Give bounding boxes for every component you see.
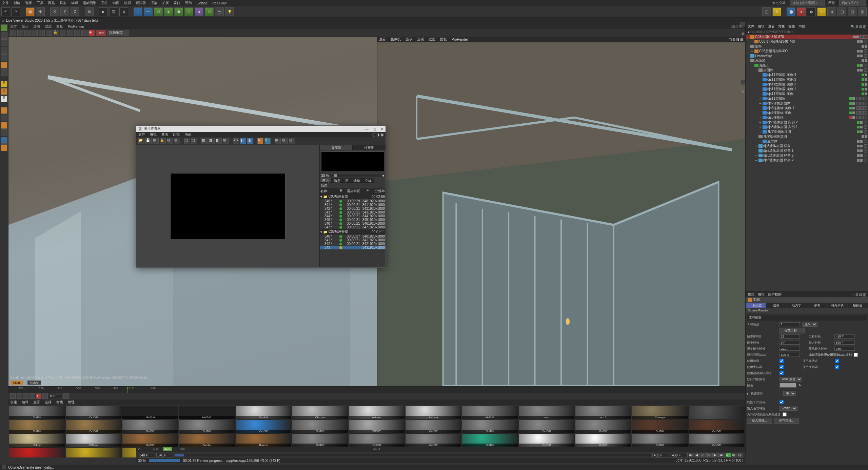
start-frame-input[interactable] — [138, 453, 155, 457]
mintime-input[interactable] — [780, 341, 800, 345]
pv-histtab-history[interactable]: 历史 — [320, 178, 331, 183]
history-row[interactable]: 340 *00:00:293401920x1080 — [320, 199, 386, 203]
history-row[interactable]: 342 *00:00:213421920x1080 — [320, 207, 386, 210]
play-indicator[interactable]: ● — [726, 453, 731, 457]
close-tab[interactable]: × — [2, 19, 4, 23]
tree-row[interactable]: +djs5墙体加固 样条.2 — [746, 158, 868, 163]
material-swatch[interactable]: OctDiff — [65, 406, 122, 419]
end-frame-input2[interactable] — [671, 453, 688, 457]
material-swatch[interactable]: OctDiff — [179, 420, 235, 433]
deformer-btn[interactable]: ⬢ — [174, 7, 183, 16]
menu-character[interactable]: 字符 — [101, 1, 108, 5]
material-swatch[interactable]: Bambo — [235, 433, 292, 447]
attr-tab-ref[interactable]: 参考 — [807, 303, 827, 308]
coord-btn[interactable]: ⊞ — [85, 7, 94, 16]
nodemat-checkbox[interactable] — [783, 412, 787, 416]
undo-button[interactable]: ↶ — [1, 7, 10, 16]
def-checkbox[interactable] — [835, 365, 839, 369]
s3-btn[interactable]: S — [1, 96, 7, 102]
lod-checkbox[interactable] — [854, 353, 858, 357]
array-btn[interactable]: ⬡ — [184, 7, 193, 16]
tree-row[interactable]: +djs5墙体加固 实例.2 — [746, 120, 868, 125]
menu-mograph[interactable]: 运动图形 — [83, 1, 96, 5]
material-swatch[interactable]: Bambo — [179, 433, 235, 447]
axis-y[interactable]: Y — [60, 7, 69, 16]
redo-button[interactable]: ↷ — [12, 7, 20, 16]
generator2-btn[interactable]: ◈ — [164, 7, 173, 16]
material-swatch[interactable]: Diffuse — [9, 433, 65, 447]
material-swatch[interactable]: OctDiff — [575, 433, 631, 447]
oct3[interactable]: ◐ — [807, 7, 816, 16]
color-picker-icon[interactable]: ✎ — [798, 384, 801, 387]
octane-icon[interactable]: ◉ — [88, 30, 95, 36]
history-row[interactable]: 341 *00:00:213411920x1080 — [320, 238, 386, 242]
tree-row[interactable]: -加固件 — [746, 68, 868, 73]
material-swatch[interactable]: OctDiff — [518, 420, 575, 433]
history-row[interactable]: 342 *00:00:213421920x1080 — [320, 242, 386, 246]
object-search-input[interactable] — [750, 30, 866, 34]
menu-mesh[interactable]: 网格 — [48, 1, 55, 5]
attr-tab-project[interactable]: 工程设置 — [746, 303, 766, 308]
material-swatch[interactable]: Mat3d6 — [462, 406, 518, 419]
tree-row[interactable]: +djs5墙体加固 样条 — [746, 144, 868, 148]
anim-checkbox[interactable] — [780, 359, 784, 363]
uv-mode[interactable] — [1, 69, 7, 76]
menu-tools[interactable]: 工具 — [37, 1, 43, 5]
end-frame-input[interactable] — [652, 453, 669, 457]
record-icon[interactable]: ● — [36, 393, 41, 399]
material-swatch[interactable]: MSMC1 — [349, 420, 405, 433]
oct-sun[interactable]: ☀ — [817, 7, 826, 16]
material-swatch[interactable]: Mat3d6 — [179, 406, 235, 419]
maximize-icon[interactable]: ◻ — [373, 127, 376, 131]
history-row[interactable]: 340 *00:00:273401920x1080 — [320, 234, 386, 238]
material-swatch[interactable]: OctDiff — [632, 420, 688, 433]
attr-tab-dynamics[interactable]: 动力学 — [786, 303, 807, 308]
tree-row[interactable]: +djs5墙体加固 样条.2 — [746, 153, 868, 158]
s1-btn[interactable]: S — [1, 81, 7, 87]
tree-row[interactable]: +djs5墙体加固 样条.1 — [746, 148, 868, 153]
material-swatch[interactable]: OctDiff — [122, 433, 178, 447]
timeline-track[interactable] — [175, 454, 651, 456]
poly-mode[interactable] — [1, 54, 7, 61]
point-mode[interactable] — [1, 39, 7, 46]
snap2[interactable] — [1, 115, 7, 121]
oct8[interactable]: ◫ — [858, 7, 867, 16]
tree-row[interactable]: +djs3连接体 — [746, 115, 868, 120]
goto-end[interactable]: ⏭ — [719, 453, 725, 457]
field-btn[interactable]: ◉ — [195, 7, 203, 16]
scale-project-button[interactable]: 缩放工程... — [780, 328, 805, 333]
history-row[interactable]: 346 *00:00:213461920x1080 — [320, 222, 386, 225]
material-swatch[interactable] — [688, 406, 745, 419]
tree-row[interactable]: djs11型加固 实例 — [746, 91, 868, 96]
pv-tab-navigator[interactable]: 导航器 — [320, 145, 353, 150]
history-row[interactable]: 345 *00:00:213451920x1080 — [320, 218, 386, 222]
material-swatch[interactable]: OctDiff — [632, 433, 688, 447]
material-swatch[interactable] — [65, 447, 122, 457]
play-back[interactable]: ◁ — [701, 453, 707, 457]
menu-volume[interactable]: 体积 — [71, 1, 78, 5]
colorspace-dropdown[interactable]: sRGB — [780, 406, 797, 411]
material-swatch[interactable] — [9, 447, 65, 457]
material-swatch[interactable]: OctDiff — [349, 433, 405, 447]
load-preset-button[interactable]: 载入预设... — [747, 418, 772, 424]
material-swatch[interactable]: acc — [518, 406, 575, 419]
linear-checkbox[interactable] — [780, 400, 784, 404]
spline-primitive[interactable]: 〰 — [144, 7, 153, 16]
render-pic[interactable]: 🎬 — [109, 7, 118, 16]
render-settings[interactable]: ⚙ — [119, 7, 128, 16]
material-swatch[interactable]: OctDiff — [575, 420, 631, 433]
frame-input[interactable] — [49, 394, 62, 398]
pass-main-badge[interactable]: Main — [11, 381, 23, 385]
material-swatch[interactable]: Avtoma — [405, 406, 461, 419]
tree-row[interactable]: djs11型加固 实例.4 — [746, 73, 868, 77]
tree-row[interactable]: djs3连接体 实例 — [746, 110, 868, 115]
material-swatch[interactable]: OctDiff — [462, 433, 518, 447]
oct-rec[interactable]: ● — [797, 7, 806, 16]
material-swatch[interactable]: OctDiff — [688, 433, 745, 447]
attr-nav-icons[interactable]: ← → ⊞ ⊡ ◫ — [847, 293, 866, 297]
material-swatch[interactable]: Corruga — [632, 406, 688, 419]
attr-tab-interp[interactable]: 帧插值 — [848, 303, 868, 308]
material-swatch[interactable]: Mat3d6 — [235, 406, 292, 419]
close-icon[interactable]: ✕ — [381, 127, 383, 131]
axis-x[interactable]: X — [50, 7, 59, 16]
